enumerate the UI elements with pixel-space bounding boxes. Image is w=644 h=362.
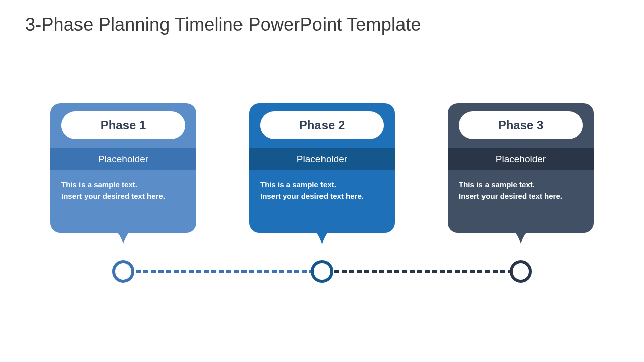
phase-body-line2: Insert your desired text here.	[61, 190, 185, 202]
phase-body-line1: This is a sample text.	[61, 178, 185, 190]
phase-body-line1: This is a sample text.	[459, 178, 583, 190]
slide-title: 3-Phase Planning Timeline PowerPoint Tem…	[25, 14, 421, 35]
phase-title-pill: Phase 1	[61, 111, 185, 139]
phase-title-pill: Phase 2	[260, 111, 384, 139]
timeline-node-2	[311, 260, 333, 283]
callout-pointer-icon	[511, 230, 530, 244]
callout-pointer-icon	[114, 230, 133, 244]
phase-title-pill: Phase 3	[459, 111, 583, 139]
phase-body-text: This is a sample text. Insert your desir…	[459, 178, 583, 202]
phase-body-text: This is a sample text. Insert your desir…	[260, 178, 384, 202]
phase-body-line1: This is a sample text.	[260, 178, 384, 190]
slide: 3-Phase Planning Timeline PowerPoint Tem…	[0, 0, 644, 362]
timeline	[50, 260, 594, 291]
timeline-dash-2	[334, 270, 520, 273]
timeline-dash-1	[136, 270, 322, 273]
phase-body-line2: Insert your desired text here.	[260, 190, 384, 202]
phase-cards-row: Phase 1 Placeholder This is a sample tex…	[50, 103, 594, 233]
timeline-node-1	[112, 260, 134, 283]
phase-placeholder-band: Placeholder	[448, 148, 594, 170]
timeline-node-3	[510, 260, 532, 283]
phase-card-1: Phase 1 Placeholder This is a sample tex…	[50, 103, 196, 233]
phase-placeholder-band: Placeholder	[50, 148, 196, 170]
phase-body-text: This is a sample text. Insert your desir…	[61, 178, 185, 202]
phase-card-2: Phase 2 Placeholder This is a sample tex…	[249, 103, 395, 233]
phase-body-line2: Insert your desired text here.	[459, 190, 583, 202]
phase-placeholder-band: Placeholder	[249, 148, 395, 170]
phase-card-3: Phase 3 Placeholder This is a sample tex…	[448, 103, 594, 233]
callout-pointer-icon	[312, 230, 332, 244]
